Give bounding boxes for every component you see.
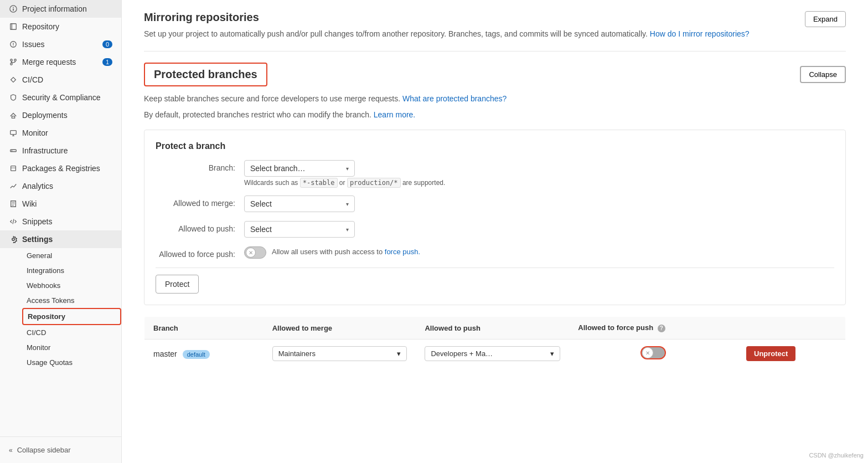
- wildcard-code-1: *-stable: [300, 178, 338, 188]
- col-branch: Branch: [144, 317, 264, 339]
- sidebar-item-repository[interactable]: Repository: [0, 18, 121, 35]
- push-dropdown[interactable]: Select ▾: [244, 221, 355, 238]
- collapse-button[interactable]: Collapse: [800, 66, 846, 83]
- collapse-sidebar-button[interactable]: « Collapse sidebar: [0, 441, 121, 459]
- col-push: Allowed to push: [416, 317, 569, 339]
- svg-rect-1: [13, 8, 14, 11]
- svg-point-16: [12, 150, 13, 151]
- watermark: CSDN @zhuikefeng: [809, 452, 864, 459]
- form-title: Protect a branch: [156, 141, 834, 151]
- infrastructure-icon: [9, 146, 18, 155]
- mirroring-section: Mirroring repositories Set up your proje…: [144, 0, 846, 52]
- info-icon: [9, 4, 18, 13]
- toggle-table-knob: ✕: [642, 347, 653, 358]
- sidebar-sub-webhooks[interactable]: Webhooks: [22, 278, 121, 293]
- force-push-table-toggle[interactable]: ✕: [640, 346, 666, 359]
- svg-point-23: [12, 238, 14, 240]
- snippets-icon: [9, 217, 18, 226]
- sidebar-sub-usage-quotas[interactable]: Usage Quotas: [22, 355, 121, 370]
- sidebar-sub-integrations[interactable]: Integrations: [22, 263, 121, 278]
- force-push-row: Allowed to force push: ✕ Allow all users…: [156, 246, 834, 259]
- sidebar-sub-access-tokens[interactable]: Access Tokens: [22, 293, 121, 308]
- merge-row: Allowed to merge: Select ▾: [156, 196, 834, 212]
- push-label: Allowed to push:: [156, 221, 244, 233]
- svg-point-10: [14, 59, 17, 61]
- merge-select[interactable]: Maintainers ▾: [272, 346, 407, 361]
- mirroring-desc: Set up your project to automatically pus…: [144, 28, 750, 40]
- monitor-icon: [9, 128, 18, 137]
- sidebar-sub-cicd[interactable]: CI/CD: [22, 325, 121, 340]
- push-row: Allowed to push: Select ▾: [156, 221, 834, 238]
- mirror-link[interactable]: How do I mirror repositories?: [650, 29, 750, 38]
- protect-button[interactable]: Protect: [156, 275, 199, 294]
- merge-badge: 1: [102, 58, 112, 66]
- svg-rect-3: [11, 24, 17, 30]
- protected-desc-2: By default, protected branches restrict …: [144, 109, 846, 121]
- analytics-icon: [9, 182, 18, 191]
- push-select[interactable]: Developers + Ma… ▾: [425, 346, 560, 361]
- sidebar-item-packages[interactable]: Packages & Registries: [0, 160, 121, 177]
- what-are-protected-link[interactable]: What are protected branches?: [402, 94, 507, 103]
- main-content: Mirroring repositories Set up your proje…: [122, 0, 868, 463]
- branch-row: Branch: Select branch… ▾ Wildcards such …: [156, 160, 834, 187]
- merge-field: Select ▾: [244, 196, 834, 212]
- force-push-toggle[interactable]: ✕: [244, 246, 266, 259]
- protect-branch-form: Protect a branch Branch: Select branch… …: [144, 130, 846, 305]
- sidebar-item-cicd[interactable]: CI/CD: [0, 71, 121, 89]
- branches-table: Branch Allowed to merge Allowed to push …: [144, 316, 846, 368]
- unprotect-button[interactable]: Unprotect: [746, 346, 795, 361]
- form-footer: Protect: [156, 267, 834, 294]
- sidebar-item-snippets[interactable]: Snippets: [0, 213, 121, 230]
- branch-label: Branch:: [156, 160, 244, 172]
- merge-icon: [9, 58, 18, 66]
- wiki-icon: [9, 199, 18, 208]
- svg-point-2: [13, 7, 14, 8]
- toggle-knob: ✕: [246, 248, 256, 258]
- protected-branches-section: Protected branches Collapse Keep stable …: [144, 63, 846, 368]
- svg-line-22: [13, 219, 14, 224]
- deployments-icon: [9, 111, 18, 120]
- force-push-link[interactable]: force push.: [385, 248, 420, 256]
- merge-label: Allowed to merge:: [156, 196, 244, 208]
- push-chevron-icon: ▾: [346, 227, 349, 233]
- sidebar-item-analytics[interactable]: Analytics: [0, 177, 121, 195]
- branch-dropdown[interactable]: Select branch… ▾: [244, 160, 355, 177]
- push-field: Select ▾: [244, 221, 834, 238]
- col-merge: Allowed to merge: [264, 317, 416, 339]
- cicd-icon: [9, 75, 18, 84]
- sidebar-sub-menu: General Integrations Webhooks Access Tok…: [0, 248, 121, 370]
- sidebar-item-deployments[interactable]: Deployments: [0, 106, 121, 124]
- sidebar-item-issues[interactable]: Issues 0: [0, 35, 121, 53]
- table-row: master default Maintainers ▾ Developers …: [144, 339, 846, 368]
- collapse-chevron-icon: «: [9, 446, 13, 454]
- merge-dropdown[interactable]: Select ▾: [244, 196, 355, 212]
- push-value-cell: Developers + Ma… ▾: [416, 339, 569, 368]
- sidebar-item-merge-requests[interactable]: Merge requests 1: [0, 53, 121, 71]
- wildcard-hint: Wildcards such as *-stable or production…: [244, 179, 834, 187]
- force-push-toggle-cell: ✕: [569, 339, 737, 368]
- issues-icon: [9, 40, 18, 49]
- protected-title-box: Protected branches: [144, 63, 267, 86]
- sidebar-item-project-information[interactable]: Project information: [0, 0, 121, 18]
- wildcard-code-2: production/*: [347, 178, 401, 188]
- merge-chevron-icon: ▾: [346, 201, 349, 207]
- sidebar-sub-repository[interactable]: Repository: [22, 308, 121, 325]
- sidebar-item-settings[interactable]: Settings: [0, 230, 121, 248]
- sidebar-sub-general[interactable]: General: [22, 248, 121, 263]
- merge-value-cell: Maintainers ▾: [264, 339, 416, 368]
- sidebar-item-security[interactable]: Security & Compliance: [0, 89, 121, 106]
- mirroring-title: Mirroring repositories: [144, 11, 750, 24]
- svg-rect-12: [11, 131, 17, 135]
- sidebar-item-wiki[interactable]: Wiki: [0, 195, 121, 213]
- sidebar-item-infrastructure[interactable]: Infrastructure: [0, 142, 121, 160]
- sidebar-sub-monitor[interactable]: Monitor: [22, 340, 121, 355]
- sidebar: Project information Repository Issues 0 …: [0, 0, 122, 463]
- svg-point-9: [11, 63, 13, 65]
- branch-field: Select branch… ▾ Wildcards such as *-sta…: [244, 160, 834, 187]
- expand-button[interactable]: Expand: [805, 11, 846, 27]
- force-push-hint: Allow all users with push access to forc…: [272, 246, 420, 256]
- force-push-label: Allowed to force push:: [156, 246, 244, 259]
- branch-name: master: [153, 349, 177, 358]
- learn-more-link[interactable]: Learn more.: [374, 110, 415, 119]
- sidebar-item-monitor[interactable]: Monitor: [0, 124, 121, 142]
